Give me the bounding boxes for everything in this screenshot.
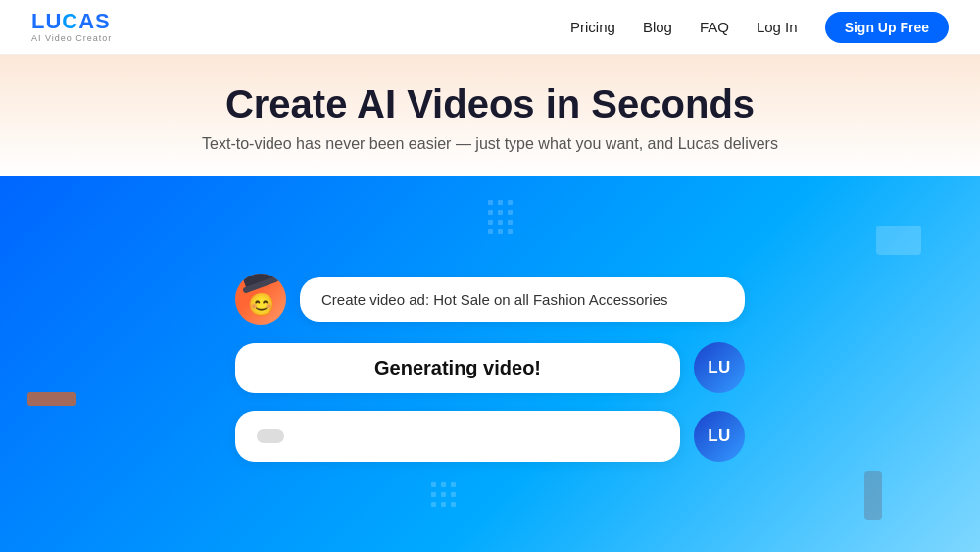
chat-area: 😊 Create video ad: Hot Sale on all Fashi… [235, 274, 745, 462]
hero-title: Create AI Videos in Seconds [20, 82, 960, 125]
hero-subtitle: Text-to-video has never been easier — ju… [20, 135, 960, 153]
svg-rect-18 [431, 502, 436, 507]
deco-dots-top [488, 200, 523, 247]
svg-rect-4 [498, 210, 503, 215]
svg-rect-13 [441, 482, 446, 487]
bot-message-row: Generating video! LU [235, 342, 745, 393]
avatar-hat [241, 274, 274, 290]
user-message-row: 😊 Create video ad: Hot Sale on all Fashi… [235, 274, 745, 325]
svg-rect-14 [451, 482, 456, 487]
user-bubble: Create video ad: Hot Sale on all Fashion… [300, 277, 745, 322]
nav-link-pricing[interactable]: Pricing [570, 19, 615, 35]
svg-rect-10 [498, 229, 503, 234]
deco-rect-bottom-right [864, 471, 882, 520]
svg-rect-12 [431, 482, 436, 487]
deco-dots-bottom [431, 482, 466, 529]
logo-subtitle: AI Video Creator [31, 34, 112, 43]
svg-rect-20 [451, 502, 456, 507]
svg-rect-6 [488, 220, 493, 225]
hero-header: Create AI Videos in Seconds Text-to-vide… [0, 55, 980, 176]
svg-rect-7 [498, 220, 503, 225]
navbar: LUCAS AI Video Creator Pricing Blog FAQ … [0, 0, 980, 55]
bot-avatar: LU [694, 342, 745, 393]
svg-rect-3 [488, 210, 493, 215]
nav-link-blog[interactable]: Blog [643, 19, 672, 35]
signup-button[interactable]: Sign Up Free [825, 12, 949, 43]
svg-rect-11 [508, 229, 513, 234]
svg-rect-0 [488, 200, 493, 205]
svg-rect-15 [431, 492, 436, 497]
bot-avatar-2: LU [694, 411, 745, 462]
svg-rect-17 [451, 492, 456, 497]
nav-links: Pricing Blog FAQ Log In Sign Up Free [570, 12, 949, 43]
nav-link-faq[interactable]: FAQ [700, 19, 729, 35]
svg-rect-5 [508, 210, 513, 215]
logo-text: LUCAS [31, 11, 112, 32]
user-avatar: 😊 [235, 274, 286, 325]
deco-rect-top-right [876, 226, 921, 255]
svg-rect-16 [441, 492, 446, 497]
svg-rect-9 [488, 229, 493, 234]
input-bubble[interactable] [235, 411, 680, 462]
bot-bubble: Generating video! [235, 343, 680, 393]
svg-rect-19 [441, 502, 446, 507]
svg-rect-1 [498, 200, 503, 205]
deco-rect-left [27, 392, 76, 406]
svg-rect-8 [508, 220, 513, 225]
input-row: LU [235, 411, 745, 462]
logo: LUCAS AI Video Creator [31, 11, 112, 43]
main-section: 😊 Create video ad: Hot Sale on all Fashi… [0, 176, 980, 552]
input-loader [257, 429, 284, 443]
nav-link-login[interactable]: Log In [757, 19, 798, 35]
svg-rect-2 [508, 200, 513, 205]
